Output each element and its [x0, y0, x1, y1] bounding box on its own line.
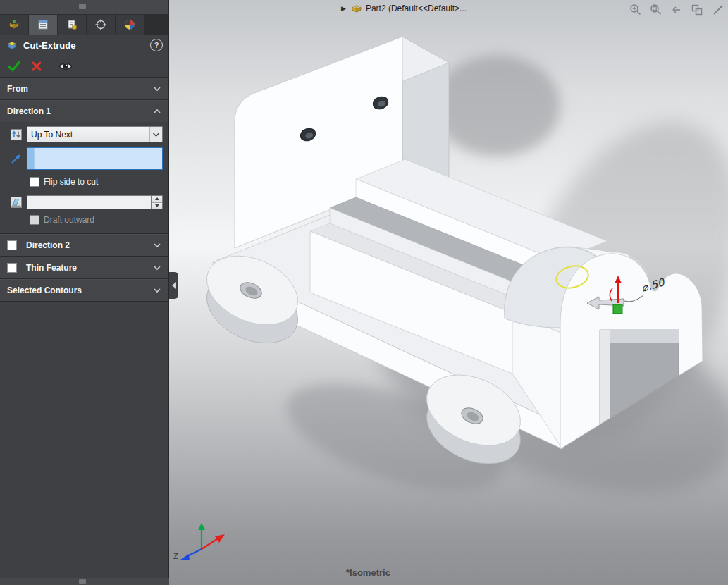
thin-feature-checkbox[interactable]	[7, 263, 17, 273]
chevron-down-icon	[153, 242, 161, 248]
spin-down-button[interactable]	[152, 203, 162, 209]
triad-x-axis[interactable]	[202, 538, 219, 549]
section-direction2-label: Direction 2	[26, 240, 148, 250]
direction-reference-icon	[9, 152, 23, 166]
view-orientation-label: *Isometric	[346, 567, 390, 578]
section-from-label: From	[7, 84, 148, 94]
draft-row	[6, 195, 163, 209]
section-thin-feature-label: Thin Feature	[26, 263, 148, 273]
chevron-down-icon	[153, 288, 161, 293]
dimxpertmanager-tab-icon	[94, 18, 107, 31]
cut-extrude-icon	[6, 39, 18, 51]
selection-box-highlight	[27, 148, 35, 169]
section-direction2[interactable]: Direction 2	[0, 235, 168, 256]
section-selected-contours-label: Selected Contours	[7, 285, 148, 295]
draft-outward-row: Draft outward	[30, 215, 163, 225]
chevron-down-icon	[153, 265, 161, 271]
triad-x-head	[215, 534, 225, 543]
featuremanager-tab[interactable]	[0, 15, 29, 35]
draft-angle-spinner	[151, 195, 163, 209]
panel-title: Cut-Extrude	[23, 40, 145, 51]
displaymanager-tab[interactable]	[116, 15, 144, 35]
end-condition-row: Up To Next	[6, 126, 163, 142]
spin-up-button[interactable]	[152, 196, 162, 203]
splitter-grip[interactable]	[79, 579, 86, 584]
direction-reference-selection-box[interactable]	[27, 147, 163, 170]
reverse-direction-icon[interactable]	[9, 128, 23, 142]
solidworks-window: ⌀.50 Z ▶ Part2 (Defau	[0, 0, 728, 585]
draft-outward-checkbox[interactable]	[30, 215, 39, 225]
draft-outward-label: Draft outward	[44, 215, 94, 225]
section-view-icon[interactable]	[689, 2, 705, 18]
triad-z-head	[180, 554, 190, 560]
section-direction1-label: Direction 1	[7, 106, 148, 116]
zoom-in-out-icon[interactable]	[628, 2, 643, 18]
splitter-grip[interactable]	[79, 4, 86, 9]
end-condition-dropdown[interactable]: Up To Next	[27, 126, 163, 142]
displaymanager-tab-icon	[123, 18, 136, 31]
direction1-body: Up To Next	[0, 122, 168, 233]
ok-button[interactable]	[7, 60, 21, 73]
propertymanager-tab-icon	[37, 18, 49, 31]
draft-angle-input[interactable]	[27, 195, 151, 209]
eye-icon	[58, 61, 73, 71]
panel-collapse-tab[interactable]	[169, 272, 178, 299]
graphics-viewport[interactable]: ⌀.50 Z ▶ Part2 (Defau	[169, 0, 728, 585]
separator	[0, 301, 168, 302]
section-thin-feature[interactable]: Thin Feature	[0, 257, 168, 278]
preview-button[interactable]	[58, 61, 73, 71]
triad-y-head	[198, 523, 205, 530]
flip-side-label: Flip side to cut	[44, 177, 98, 187]
collapse-arrow-icon	[172, 282, 176, 289]
configurationmanager-tab-icon	[66, 18, 78, 31]
viewport-toolbar	[628, 2, 725, 18]
previous-view-icon[interactable]	[669, 2, 684, 18]
flyout-arrow-icon[interactable]: ▶	[341, 5, 346, 12]
triad-z-label: Z	[173, 552, 178, 560]
section-selected-contours[interactable]: Selected Contours	[0, 280, 168, 301]
green-anchor-handle[interactable]	[613, 304, 622, 314]
draft-angle-field	[27, 195, 163, 209]
breadcrumb[interactable]: ▶ Part2 (Default<<Default>...	[341, 3, 467, 14]
spin-down-icon	[155, 204, 159, 207]
manager-tabs	[0, 15, 168, 35]
section-direction1[interactable]: Direction 1	[0, 101, 168, 122]
view-settings-icon[interactable]	[710, 2, 725, 18]
dropdown-chevron-icon[interactable]	[149, 127, 162, 142]
panel-bottom-splitter[interactable]	[0, 578, 169, 585]
panel-actions	[0, 56, 168, 77]
direction2-checkbox[interactable]	[7, 240, 17, 250]
flip-side-checkbox[interactable]	[30, 177, 39, 187]
configurationmanager-tab[interactable]	[58, 15, 87, 35]
feature-title-row: Cut-Extrude ?	[0, 35, 168, 56]
chevron-down-icon	[153, 86, 161, 92]
spin-up-icon	[155, 197, 159, 200]
draft-angle-icon[interactable]	[9, 195, 23, 209]
section-from[interactable]: From	[0, 78, 168, 99]
zoom-to-area-icon[interactable]	[648, 2, 664, 18]
help-button[interactable]: ?	[150, 39, 163, 51]
flip-side-row: Flip side to cut	[30, 177, 163, 187]
property-manager-panel: Cut-Extrude ? From Di	[0, 0, 169, 585]
featuremanager-tab-icon	[8, 18, 20, 31]
breadcrumb-text[interactable]: Part2 (Default<<Default>...	[366, 4, 467, 13]
dimxpertmanager-tab[interactable]	[87, 15, 116, 35]
panel-top-splitter[interactable]	[0, 0, 168, 15]
propertymanager-tab[interactable]	[29, 15, 58, 35]
chevron-up-icon	[153, 109, 161, 114]
viewport-canvas[interactable]: ⌀.50 Z	[169, 0, 728, 585]
part-icon	[351, 3, 362, 14]
end-condition-value: Up To Next	[27, 130, 149, 140]
cancel-button[interactable]	[31, 61, 42, 72]
tabs-spacer	[144, 15, 168, 35]
reference-triad[interactable]: Z	[173, 523, 225, 560]
direction-reference-row	[6, 147, 163, 170]
